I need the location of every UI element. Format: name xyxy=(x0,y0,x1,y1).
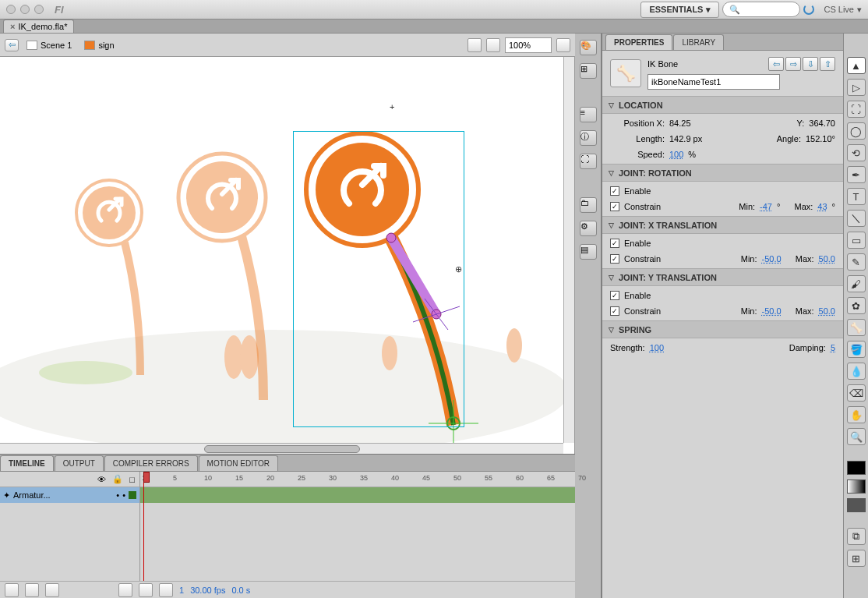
spring-strength-input[interactable]: 100 xyxy=(650,343,664,352)
rotation-max-input[interactable]: 43 xyxy=(817,202,827,211)
section-y-translation[interactable]: ▽JOINT: Y TRANSLATION xyxy=(602,269,843,286)
search-input[interactable]: 🔍 xyxy=(722,2,800,17)
hand-tool[interactable]: ✋ xyxy=(847,406,866,423)
frame-ruler[interactable]: 1510152025303540455055606570 xyxy=(140,472,575,487)
window-controls[interactable] xyxy=(6,5,44,14)
section-rotation[interactable]: ▽JOINT: ROTATION xyxy=(602,165,843,182)
xtrans-constrain-checkbox[interactable]: ✓ xyxy=(610,254,619,264)
section-spring[interactable]: ▽SPRING xyxy=(602,321,843,338)
delete-layer-icon[interactable] xyxy=(45,583,59,597)
eyedropper-tool[interactable]: 💧 xyxy=(847,363,866,380)
bone-tool[interactable]: 🦴 xyxy=(847,319,866,336)
onion-outline-icon[interactable] xyxy=(139,583,153,597)
lasso-tool[interactable]: ⟲ xyxy=(847,144,866,161)
xtrans-enable-checkbox[interactable]: ✓ xyxy=(610,239,619,248)
v-scrollbar[interactable] xyxy=(563,57,574,443)
next-sibling-icon[interactable]: ⇨ xyxy=(785,57,801,71)
child-icon[interactable]: ⇩ xyxy=(803,57,818,71)
transform-panel-icon[interactable]: ⛶ xyxy=(580,154,597,169)
tab-timeline[interactable]: TIMELINE xyxy=(0,455,54,471)
swap-swatch[interactable] xyxy=(847,498,866,512)
back-button[interactable]: ⇦ xyxy=(5,39,19,51)
close-icon[interactable]: × xyxy=(10,22,15,31)
subselection-tool[interactable]: ▷ xyxy=(847,79,866,96)
outline-icon[interactable]: □ xyxy=(129,475,135,484)
new-folder-icon[interactable] xyxy=(25,583,39,597)
svg-text:+: + xyxy=(390,102,394,111)
frame-span[interactable] xyxy=(140,487,575,503)
tab-library[interactable]: LIBRARY xyxy=(673,34,724,50)
section-location[interactable]: ▽LOCATION xyxy=(602,97,843,114)
scene-crumb[interactable]: Scene 1 xyxy=(22,39,76,51)
motion-presets-icon[interactable]: ⚙ xyxy=(580,221,597,236)
option-icon[interactable]: ⊞ xyxy=(847,550,866,567)
playhead[interactable] xyxy=(143,472,144,581)
lock-icon[interactable]: 🔒 xyxy=(112,474,123,484)
workspace-dropdown[interactable]: ESSENTIALS▾ xyxy=(640,2,719,18)
cslive-button[interactable]: CS Live▾ xyxy=(824,5,862,15)
brush-tool[interactable]: 🖌 xyxy=(847,275,866,292)
length-value: 142.9 px xyxy=(669,134,702,143)
selection-tool[interactable]: ▲ xyxy=(847,57,866,74)
library-panel-icon[interactable]: 🗀 xyxy=(580,197,597,213)
zoom-input[interactable] xyxy=(505,37,552,53)
edit-multi-icon[interactable] xyxy=(159,583,173,597)
tab-properties[interactable]: PROPERTIES xyxy=(605,34,672,50)
tab-motion-editor[interactable]: MOTION EDITOR xyxy=(199,455,278,471)
3d-rotation-tool[interactable]: ◯ xyxy=(847,122,866,140)
new-layer-icon[interactable] xyxy=(5,583,19,597)
line-tool[interactable]: ＼ xyxy=(847,210,866,227)
onion-skin-icon[interactable] xyxy=(118,583,132,597)
pen-tool[interactable]: ✒ xyxy=(847,166,866,183)
ytrans-max-input[interactable]: 50.0 xyxy=(819,306,835,316)
paint-bucket-tool[interactable]: 🪣 xyxy=(847,341,866,358)
ytrans-enable-checkbox[interactable]: ✓ xyxy=(610,291,619,300)
align-panel-icon[interactable]: ≡ xyxy=(580,107,597,122)
properties-panel: PROPERTIES LIBRARY 🦴 IK Bone ⇦ ⇨ ⇩ ⇧ xyxy=(602,34,843,598)
swatches-panel-icon[interactable]: ⊞ xyxy=(580,63,597,79)
parent-icon[interactable]: ⇧ xyxy=(820,57,835,71)
edit-scene-icon[interactable] xyxy=(468,38,482,52)
eraser-tool[interactable]: ⌫ xyxy=(847,384,866,402)
tab-output[interactable]: OUTPUT xyxy=(55,455,104,471)
ytrans-constrain-checkbox[interactable]: ✓ xyxy=(610,306,619,316)
speed-input[interactable]: 100 xyxy=(669,150,683,159)
symbol-icon xyxy=(84,41,95,50)
xtrans-min-input[interactable]: -50.0 xyxy=(762,254,782,264)
fill-swatch[interactable] xyxy=(847,479,866,494)
rotation-constrain-checkbox[interactable]: ✓ xyxy=(610,202,619,211)
prev-sibling-icon[interactable]: ⇦ xyxy=(768,57,784,71)
layer-name: Armatur... xyxy=(13,490,51,500)
tab-compiler-errors[interactable]: COMPILER ERRORS xyxy=(104,455,198,471)
text-tool[interactable]: T xyxy=(847,188,866,205)
layer-row[interactable]: ✦ Armatur... •• xyxy=(0,487,139,503)
free-transform-tool[interactable]: ⛶ xyxy=(847,101,866,118)
spring-damping-input[interactable]: 5 xyxy=(831,343,835,352)
info-panel-icon[interactable]: ⓘ xyxy=(580,130,597,146)
stage[interactable]: + ⊕ xyxy=(0,57,575,454)
frames-area[interactable]: 1510152025303540455055606570 xyxy=(140,472,575,581)
xtrans-max-input[interactable]: 50.0 xyxy=(819,254,835,264)
bone-name-input[interactable] xyxy=(647,74,780,90)
h-scrollbar[interactable] xyxy=(0,443,563,454)
project-panel-icon[interactable]: ▤ xyxy=(580,244,597,260)
section-x-translation[interactable]: ▽JOINT: X TRANSLATION xyxy=(602,217,843,234)
document-tab[interactable]: × IK_demo.fla* xyxy=(3,19,74,33)
stroke-swatch[interactable] xyxy=(847,461,866,475)
rectangle-tool[interactable]: ▭ xyxy=(847,232,866,249)
zoom-tool[interactable]: 🔍 xyxy=(847,428,866,445)
current-frame: 1 xyxy=(179,586,184,595)
rotation-min-input[interactable]: -47 xyxy=(760,202,772,211)
color-panel-icon[interactable]: 🎨 xyxy=(580,40,597,55)
edit-symbol-icon[interactable] xyxy=(486,38,500,52)
dock-strip: 🎨 ⊞ ≡ ⓘ ⛶ 🗀 ⚙ ▤ xyxy=(575,34,602,598)
snap-icon[interactable]: ⧉ xyxy=(847,528,866,545)
rotation-enable-checkbox[interactable]: ✓ xyxy=(610,186,619,196)
zoom-menu-icon[interactable] xyxy=(556,38,570,52)
symbol-crumb[interactable]: sign xyxy=(79,39,118,51)
eye-icon[interactable]: 👁 xyxy=(97,475,106,484)
refresh-icon[interactable] xyxy=(803,4,814,15)
pencil-tool[interactable]: ✎ xyxy=(847,253,866,271)
deco-tool[interactable]: ✿ xyxy=(847,297,866,314)
ytrans-min-input[interactable]: -50.0 xyxy=(762,306,782,316)
